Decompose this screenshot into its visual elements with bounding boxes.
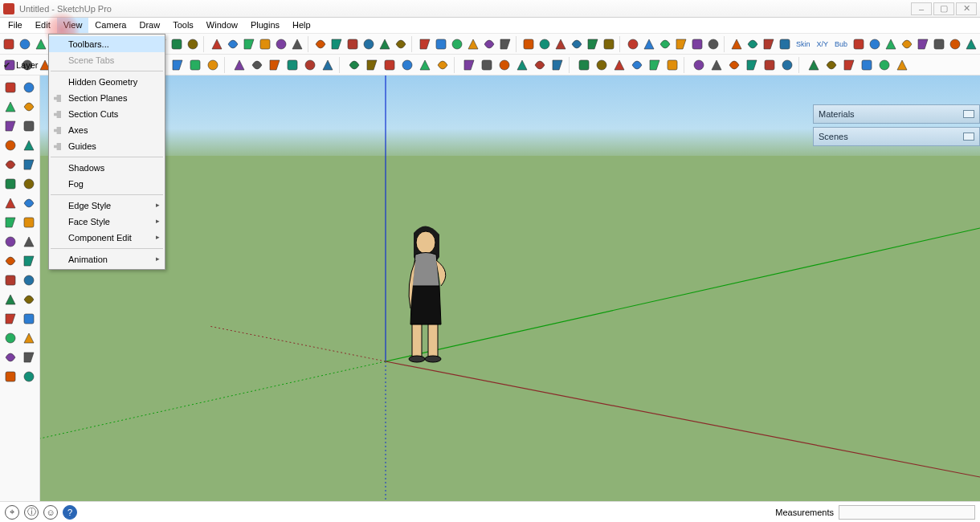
toolbar-button-39[interactable] <box>674 36 688 52</box>
toolbar-button-38[interactable] <box>658 36 672 52</box>
toolbar-button-131[interactable] <box>594 57 610 73</box>
toolbar-button-130[interactable] <box>576 57 592 73</box>
tool-walk[interactable] <box>21 349 39 366</box>
toolbar-button-45[interactable] <box>778 36 792 52</box>
materials-panel-header[interactable]: Materials <box>813 104 980 124</box>
tool-followme[interactable] <box>2 214 19 231</box>
tool-3dtext[interactable] <box>2 271 19 289</box>
toolbar-button-30[interactable] <box>521 36 536 52</box>
tool-next[interactable] <box>21 329 39 347</box>
tool-prev[interactable] <box>2 329 19 347</box>
toolbar-button-125[interactable] <box>479 57 495 73</box>
toolbar-button-21[interactable] <box>361 36 376 52</box>
toolbar-button-11[interactable] <box>186 36 200 52</box>
toolbar-button-115[interactable] <box>284 57 300 73</box>
toolbar-button-136[interactable] <box>691 57 707 73</box>
menu-item-section-planes[interactable]: Section Planes <box>49 90 165 106</box>
tool-axes[interactable] <box>2 252 19 270</box>
tool-eraser[interactable] <box>2 98 19 116</box>
materials-panel-collapse-icon[interactable] <box>963 110 974 118</box>
toolbar-button-33[interactable] <box>570 36 584 52</box>
tool-rotate[interactable] <box>2 194 19 212</box>
toolbar-button-27[interactable] <box>466 36 480 52</box>
tool-circle[interactable] <box>2 137 19 154</box>
minimize-button[interactable]: – <box>911 2 932 15</box>
help-icon[interactable]: ? <box>63 505 77 520</box>
menu-file[interactable]: File <box>2 18 29 33</box>
toolbar-button-12[interactable] <box>210 36 224 52</box>
toolbar-button-25[interactable] <box>434 36 448 52</box>
menu-item-guides[interactable]: Guides <box>49 138 165 154</box>
toolbar-button-29[interactable] <box>498 36 512 52</box>
toolbar-button-138[interactable] <box>726 57 742 73</box>
menu-item-component-edit[interactable]: Component Edit <box>49 230 165 246</box>
tool-offset[interactable] <box>21 156 39 173</box>
close-button[interactable]: ✕ <box>956 2 977 15</box>
tool-zoom[interactable] <box>21 291 39 308</box>
toolbar-button-132[interactable] <box>611 57 627 73</box>
measurements-input[interactable] <box>839 505 975 520</box>
menu-item-section-cuts[interactable]: Section Cuts <box>49 106 165 122</box>
toolbar-button-r1x-7[interactable] <box>964 36 978 52</box>
toolbar-button-42[interactable] <box>729 36 744 52</box>
tool-pushpull[interactable] <box>2 175 19 193</box>
toolbar-button-40[interactable] <box>690 36 704 52</box>
menu-item-animation[interactable]: Animation <box>49 251 165 267</box>
toolbar-button-22[interactable] <box>378 36 392 52</box>
menu-camera[interactable]: Camera <box>88 18 133 33</box>
toolbar-button-126[interactable] <box>496 57 512 73</box>
toolbar-label-skin[interactable]: Skin <box>794 36 813 52</box>
toolbar-button-119[interactable] <box>364 57 380 73</box>
menu-item-axes[interactable]: Axes <box>49 122 165 138</box>
toolbar-label-xy[interactable]: X/Y <box>814 36 831 52</box>
toolbar-button-r1x-5[interactable] <box>932 36 946 52</box>
toolbar-button-122[interactable] <box>417 57 433 73</box>
toolbar-button-44[interactable] <box>762 36 776 52</box>
toolbar-button-0[interactable] <box>2 36 16 52</box>
menu-plugins[interactable]: Plugins <box>244 18 286 33</box>
toolbar-button-124[interactable] <box>461 57 477 73</box>
toolbar-button-144[interactable] <box>841 57 857 73</box>
menu-view[interactable]: View <box>57 18 89 33</box>
toolbar-button-18[interactable] <box>313 36 328 52</box>
layer-visible-check[interactable]: ✔ <box>2 60 11 70</box>
menu-item-toolbars-[interactable]: Toolbars... <box>49 36 165 52</box>
tool-rectangle[interactable] <box>21 117 39 135</box>
toolbar-button-111[interactable] <box>205 57 221 73</box>
toolbar-button-114[interactable] <box>267 57 283 73</box>
toolbar-button-121[interactable] <box>399 57 415 73</box>
toolbar-button-35[interactable] <box>602 36 616 52</box>
toolbar-button-118[interactable] <box>346 57 362 73</box>
toolbar-button-13[interactable] <box>226 36 240 52</box>
toolbar-button-31[interactable] <box>537 36 552 52</box>
menu-help[interactable]: Help <box>286 18 317 33</box>
toolbar-button-34[interactable] <box>586 36 600 52</box>
toolbar-button-10[interactable] <box>169 36 184 52</box>
toolbar-button-134[interactable] <box>647 57 663 73</box>
toolbar-button-23[interactable] <box>394 36 408 52</box>
menu-draw[interactable]: Draw <box>133 18 166 33</box>
tool-scale[interactable] <box>21 194 39 212</box>
viewport[interactable]: Materials Scenes <box>40 75 980 501</box>
toolbar-button-r1x-6[interactable] <box>948 36 962 52</box>
toolbar-button-113[interactable] <box>249 57 265 73</box>
toolbar-button-r1x-4[interactable] <box>916 36 930 52</box>
maximize-button[interactable]: ▢ <box>933 2 954 15</box>
toolbar-button-116[interactable] <box>302 57 318 73</box>
toolbar-button-36[interactable] <box>626 36 640 52</box>
toolbar-button-r1x-2[interactable] <box>884 36 898 52</box>
scenes-panel-collapse-icon[interactable] <box>963 133 974 141</box>
toolbar-button-37[interactable] <box>642 36 656 52</box>
toolbar-button-139[interactable] <box>744 57 760 73</box>
toolbar-button-133[interactable] <box>629 57 645 73</box>
toolbar-button-120[interactable] <box>382 57 398 73</box>
toolbar-button-43[interactable] <box>745 36 760 52</box>
toolbar-button-112[interactable] <box>231 57 247 73</box>
toolbar-button-141[interactable] <box>779 57 795 73</box>
toolbar-button-24[interactable] <box>418 36 432 52</box>
menu-item-shadows[interactable]: Shadows <box>49 160 165 176</box>
menu-item-face-style[interactable]: Face Style <box>49 214 165 230</box>
tool-text[interactable] <box>21 233 39 251</box>
toolbar-button-117[interactable] <box>320 57 336 73</box>
toolbar-button-r1x-0[interactable] <box>851 36 866 52</box>
